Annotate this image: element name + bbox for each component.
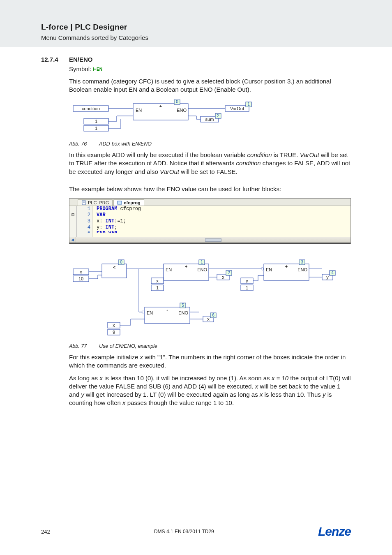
svg-text:y: y <box>326 275 329 280</box>
svg-text:1: 1 <box>201 260 203 264</box>
figure-76-caption: Abb. 76ADD-box with EN/ENO <box>69 141 351 147</box>
svg-text:EN: EN <box>136 108 142 113</box>
svg-text:10: 10 <box>78 276 83 281</box>
line-numbers: 1 2 3 4 5 <box>77 206 92 237</box>
svg-text:1: 1 <box>95 126 97 131</box>
below-paragraph: The example below shows how the ENO valu… <box>69 185 351 193</box>
svg-text:y: y <box>246 278 248 283</box>
svg-text:1: 1 <box>247 102 250 106</box>
svg-text:x: x <box>207 317 210 321</box>
intro-paragraph: This command (category CFC) is used to g… <box>69 77 351 94</box>
svg-text:2: 2 <box>228 271 230 275</box>
svg-text:+: + <box>159 104 162 109</box>
svg-text:1: 1 <box>156 285 159 290</box>
editor-tabstrip: PLC_PRG cfcprog <box>69 199 350 206</box>
svg-text:5: 5 <box>182 303 184 308</box>
section-title: EN/ENO <box>69 56 93 63</box>
svg-text:0: 0 <box>120 260 122 264</box>
example-paragraph: In this example ADD will only be execute… <box>69 151 351 176</box>
svg-text:1: 1 <box>95 119 97 124</box>
symbol-label: Symbol: <box>69 65 91 72</box>
page-number: 242 <box>41 529 50 535</box>
tab-cfcprog[interactable]: cfcprog <box>113 199 144 206</box>
section-heading: 12.7.4 EN/ENO <box>41 56 351 63</box>
cfc-icon <box>117 200 122 205</box>
editor-scrollbar[interactable]: ◀ <box>69 237 350 243</box>
code-area[interactable]: ⊟ 1 2 3 4 5 PROGRAM cfcprog VAR x: INT:=… <box>69 206 350 237</box>
svg-text:EN: EN <box>266 267 272 272</box>
svg-rect-28 <box>118 201 122 204</box>
svg-text:EN: EN <box>166 267 172 272</box>
svg-text:1: 1 <box>246 285 248 290</box>
svg-text:x: x <box>222 275 224 280</box>
svg-text:x: x <box>80 269 82 274</box>
svg-text:9: 9 <box>113 330 115 335</box>
svg-text:6: 6 <box>212 313 214 317</box>
figure-76: condition 1 1 + EN ENO 0 VarOut 1 sum <box>69 99 351 147</box>
header-title: L-force | PLC Designer <box>41 23 392 32</box>
svg-text:+: + <box>185 264 187 269</box>
svg-text:x: x <box>156 278 159 283</box>
svg-text:ENO: ENO <box>177 108 187 113</box>
page-header: L-force | PLC Designer Menu Commands sor… <box>0 0 392 47</box>
brand-logo: Lenze <box>318 525 351 539</box>
svg-text:3: 3 <box>301 260 303 264</box>
header-subtitle: Menu Commands sorted by Categories <box>41 34 392 41</box>
svg-text:ENO: ENO <box>197 267 207 272</box>
figure-77-caption: Abb. 77Use of EN/ENO, example <box>69 343 351 349</box>
svg-text:VarOut: VarOut <box>230 106 244 111</box>
svg-text:EN: EN <box>97 67 102 72</box>
symbol-row: Symbol: EN <box>69 65 351 73</box>
svg-text:2: 2 <box>217 113 219 118</box>
source-code[interactable]: PROGRAM cfcprog VAR x: INT:=1; y: INT; E… <box>92 206 350 237</box>
svg-text:x: x <box>113 323 115 328</box>
page-footer: 242 DMS 4.1 EN 03/2011 TD29 Lenze <box>41 525 351 539</box>
doc-id: DMS 4.1 EN 03/2011 TD29 <box>154 529 214 534</box>
flow-paragraph: As long as x is less than 10 (0), it wil… <box>69 374 351 407</box>
cfc-diagram-eneno-chain: x 10 < 0 + EN ENO 1 x 1 x 2 + <box>69 257 340 339</box>
section-number: 12.7.4 <box>41 56 69 63</box>
svg-text:ENO: ENO <box>297 267 307 272</box>
svg-text:ENO: ENO <box>178 310 188 315</box>
svg-text:sum: sum <box>205 117 214 122</box>
svg-text:-: - <box>166 307 168 312</box>
svg-text:0: 0 <box>176 99 178 104</box>
figure-77: x 10 < 0 + EN ENO 1 x 1 x 2 + <box>69 257 351 349</box>
svg-text:EN: EN <box>147 310 153 315</box>
init-paragraph: For this example initialize x with "1". … <box>69 353 351 370</box>
code-editor: PLC_PRG cfcprog ⊟ 1 2 3 4 5 PROGRAM cfcp… <box>69 198 351 244</box>
cfc-diagram-add-eneno: condition 1 1 + EN ENO 0 VarOut 1 sum <box>69 99 258 136</box>
en-eno-icon: EN <box>93 66 104 73</box>
svg-text:condition: condition <box>82 106 100 111</box>
scroll-left-icon[interactable]: ◀ <box>69 237 76 243</box>
svg-text:+: + <box>285 264 288 269</box>
svg-text:<: < <box>113 265 115 270</box>
svg-text:4: 4 <box>331 271 334 275</box>
tab-plc-prg[interactable]: PLC_PRG <box>78 199 113 206</box>
scroll-thumb[interactable] <box>205 238 221 242</box>
document-icon <box>81 200 86 205</box>
